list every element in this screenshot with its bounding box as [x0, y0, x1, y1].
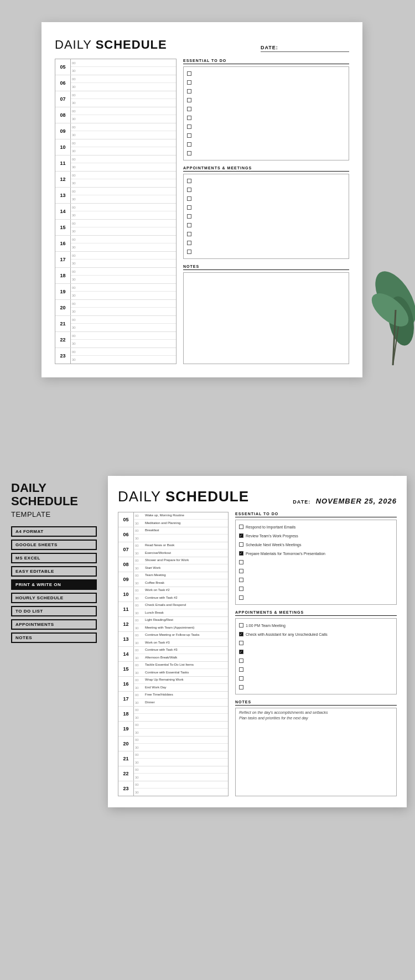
top-date-section: DATE:: [261, 45, 349, 52]
half-row: 00Read News or Book: [134, 542, 228, 549]
check-item: [187, 113, 345, 122]
schedule-row: 230030: [55, 348, 176, 364]
plant-decoration-top: [349, 266, 415, 378]
half-row: 00: [134, 737, 228, 744]
check-item: [187, 87, 345, 96]
half-row: 30Continue with Essential Tasks: [134, 669, 228, 676]
check-text: Check with Assistant for any Unscheduled…: [246, 632, 328, 636]
half-row: 30: [134, 759, 228, 766]
checkbox[interactable]: [239, 595, 243, 600]
checkbox[interactable]: [187, 107, 191, 111]
schedule-row: 090030: [55, 123, 176, 139]
schedule-row: 0900Team Meeting30Coffee Break: [118, 572, 228, 587]
check-text: Review Team's Work Progress: [246, 534, 298, 538]
checkbox[interactable]: [239, 658, 243, 663]
checkbox[interactable]: [239, 560, 243, 564]
half-row: 30: [71, 340, 176, 348]
half-row: 00Free Time/Hobbies: [134, 692, 228, 699]
hour-cell: 06: [55, 75, 71, 91]
checkbox[interactable]: [187, 151, 191, 155]
half-row: 00: [71, 268, 176, 276]
checkbox[interactable]: [239, 525, 243, 529]
schedule-row: 160030: [55, 236, 176, 252]
half-row: 00Shower and Prepare for Work: [134, 557, 228, 564]
checkbox[interactable]: [239, 685, 243, 689]
hour-cell: 22: [118, 766, 134, 781]
checkbox[interactable]: [187, 179, 191, 183]
checkbox[interactable]: [239, 623, 243, 628]
half-row: 30: [71, 356, 176, 364]
hour-cell: 22: [55, 332, 71, 348]
checkbox[interactable]: [187, 232, 191, 236]
hour-cell: 10: [55, 139, 71, 155]
hour-cell: 17: [55, 252, 71, 267]
checkbox[interactable]: [239, 551, 243, 556]
half-row: 00: [134, 707, 228, 714]
checkbox[interactable]: [239, 641, 243, 645]
checkbox[interactable]: [239, 578, 243, 582]
check-item: [239, 558, 393, 567]
checkbox[interactable]: [239, 542, 243, 547]
checkbox[interactable]: [239, 587, 243, 591]
half-row: 30Dinner: [134, 699, 228, 706]
check-item: [187, 131, 345, 140]
checkbox[interactable]: [187, 80, 191, 85]
top-schedule-table: 0500300600300700300800300900301000301100…: [55, 59, 177, 364]
checkbox[interactable]: [187, 241, 191, 245]
notes-line: Plan tasks and priorities for the next d…: [239, 716, 393, 720]
half-row: 00Work on Task #2: [134, 587, 228, 594]
sidebar-tags: A4 FORMATGOOGLE SHEETSMS EXCELEASY EDITA…: [11, 526, 97, 643]
checkbox[interactable]: [187, 116, 191, 120]
half-row: 00: [71, 316, 176, 324]
checkbox[interactable]: [239, 667, 243, 672]
checkbox[interactable]: [187, 125, 191, 129]
hour-cell: 21: [118, 751, 134, 766]
schedule-row: 1100Check Emails and Respond30Lunch Brea…: [118, 602, 228, 617]
checkbox[interactable]: [187, 214, 191, 219]
checkbox[interactable]: [239, 676, 243, 681]
schedule-row: 0600Breakfast30: [118, 527, 228, 542]
checkbox[interactable]: [187, 142, 191, 147]
schedule-row: 220030: [118, 766, 228, 781]
checkbox[interactable]: [239, 632, 243, 636]
hour-cell: 16: [118, 677, 134, 691]
checkbox[interactable]: [187, 98, 191, 102]
check-item: [239, 656, 393, 665]
hour-cell: 20: [55, 300, 71, 315]
checkbox[interactable]: [187, 250, 191, 254]
checkbox[interactable]: [239, 569, 243, 573]
schedule-row: 0700Read News or Book30Exercise/Workout: [118, 542, 228, 557]
checkbox[interactable]: [187, 89, 191, 94]
checkbox[interactable]: [187, 188, 191, 192]
check-item: Prepare Materials for Tomorrow's Present…: [239, 549, 393, 558]
checkbox[interactable]: [187, 71, 191, 76]
check-item: [187, 185, 345, 194]
check-item: [187, 230, 345, 238]
half-row: 30: [134, 744, 228, 751]
check-item: [239, 683, 393, 692]
sidebar-tag: HOURLY SCHEDULE: [11, 593, 97, 603]
schedule-row: 0800Shower and Prepare for Work30Start W…: [118, 557, 228, 572]
half-row: 30: [134, 535, 228, 542]
checkbox[interactable]: [239, 533, 243, 538]
schedule-row: 210030: [118, 751, 228, 766]
check-item: Schedule Next Week's Meetings: [239, 540, 393, 549]
checkbox[interactable]: [187, 205, 191, 210]
checkbox[interactable]: [187, 133, 191, 138]
half-row: 30: [71, 147, 176, 155]
checkbox[interactable]: [187, 223, 191, 227]
bottom-appointments-title: APPOINTMENTS & MEETINGS: [235, 610, 397, 616]
checkbox[interactable]: [187, 196, 191, 201]
half-row: 00: [71, 348, 176, 356]
checkbox[interactable]: [239, 650, 243, 654]
bottom-notes-title: NOTES: [235, 700, 397, 706]
appointments-checklist: [183, 174, 349, 259]
schedule-row: 1500Tackle Essential To-Do List Items30C…: [118, 662, 228, 677]
bottom-appointments-section: APPOINTMENTS & MEETINGS 1:00 PM Team Mee…: [235, 610, 397, 694]
hour-cell: 19: [118, 722, 134, 736]
half-row: 00: [71, 123, 176, 131]
half-row: 00: [71, 139, 176, 147]
hour-cell: 05: [118, 512, 134, 527]
hour-cell: 19: [55, 284, 71, 299]
schedule-row: 220030: [55, 332, 176, 348]
